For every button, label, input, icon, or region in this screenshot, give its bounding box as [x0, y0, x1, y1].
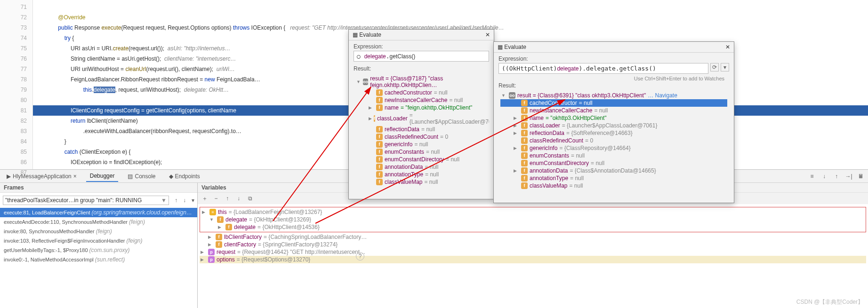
add-watch-icon[interactable]: ＋ — [201, 194, 209, 203]
result-field[interactable]: ▶f genericInfo = {ClassRepository@14664} — [500, 144, 727, 152]
help-icon[interactable]: ? — [356, 252, 364, 261]
stack-frame[interactable]: invoke:103, ReflectiveFeign$FeignInvocat… — [0, 236, 197, 245]
result-field[interactable]: ▶f reflectionData = {SoftReference@14663… — [500, 129, 727, 137]
frames-header: Frames — [0, 183, 197, 193]
result-field[interactable]: f cachedConstructor = null — [355, 89, 487, 96]
idea-icon: ▦ — [353, 32, 358, 38]
result-field[interactable]: f classValueMap = null — [355, 178, 487, 186]
result-field[interactable]: ▶f annotationData = {Class$AnnotationDat… — [500, 167, 727, 174]
next-frame-icon[interactable]: ↓ — [180, 196, 189, 205]
evaluate-popup-1[interactable]: ▦ Evaluate ✕ Expression: ○ delegate.getC… — [348, 29, 494, 199]
result-field[interactable]: f annotationData = null — [355, 163, 487, 171]
result-field[interactable]: f reflectionData = null — [355, 126, 487, 133]
stack-frame[interactable]: invoke0:-1, NativeMethodAccessorImpl (su… — [0, 255, 197, 264]
remove-watch-icon[interactable]: − — [212, 194, 220, 203]
result-field[interactable]: ▶f classLoader = {Launcher$AppClassLoade… — [500, 122, 727, 129]
popup1-title: Evaluate — [359, 32, 381, 38]
result-field[interactable]: f classRedefinedCount = 0 — [355, 133, 487, 141]
result-field[interactable]: f enumConstantDirectory = null — [355, 156, 487, 163]
expression-label: Expression: — [498, 55, 729, 62]
variable-row[interactable]: ▶p request = {Request@14642} "GET http:/… — [200, 248, 866, 256]
result-field[interactable]: f annotationType = null — [500, 174, 727, 182]
step-into-icon[interactable]: ↓ — [820, 172, 828, 181]
stack-frame[interactable]: getUserMobileByTags:-1, $Proxy180 (com.s… — [0, 245, 197, 255]
variable-row[interactable]: ▶f delegate = {OkHttpClient@14536} — [201, 223, 865, 231]
close-icon[interactable]: ✕ — [725, 44, 730, 50]
result-label: Result: — [354, 65, 489, 72]
line-gutter: 7172737475767778798081828384858687 — [0, 0, 33, 169]
expression-input[interactable]: ((OkHttpClient) delegate).delegate.getCl… — [498, 63, 708, 74]
result-field[interactable]: f enumConstantDirectory = null — [500, 159, 727, 167]
result-field[interactable]: ▶f name = "okhttp3.OkHttpClient" — [500, 114, 727, 122]
tab-endpoints[interactable]: ◆ Endpoints — [165, 171, 204, 182]
run-to-cursor-icon[interactable]: →| — [844, 172, 853, 181]
thread-dropdown[interactable]: "threadPoolTaskExecutor…in group "main":… — [3, 196, 169, 205]
result-field[interactable]: f newInstanceCallerCache = null — [355, 96, 487, 104]
result-field[interactable]: f enumConstants = null — [500, 152, 727, 159]
result-field[interactable]: f genericInfo = null — [355, 141, 487, 148]
result-field[interactable]: ▶f name = "feign.okhttp.OkHttpClient" — [355, 104, 487, 111]
copy-icon[interactable]: ⧉ — [246, 194, 254, 203]
variable-row[interactable]: ▶f lbClientFactory = {CachingSpringLoadB… — [200, 233, 866, 241]
result-field[interactable]: f newInstanceCallerCache = null — [500, 107, 727, 114]
result-field[interactable]: f classValueMap = null — [500, 182, 727, 190]
tab-console[interactable]: ▤ Console — [124, 171, 159, 182]
variable-row[interactable]: ▼f delegate = {OkHttpClient@13269} — [201, 216, 865, 223]
step-over-icon[interactable]: ≡ — [808, 172, 816, 181]
expression-label: Expression: — [354, 43, 489, 50]
evaluate-popup-2[interactable]: ▦ Evaluate ✕ Expression: ((OkHttpClient)… — [493, 41, 734, 203]
step-out-icon[interactable]: ↑ — [832, 172, 841, 181]
prev-frame-icon[interactable]: ↑ — [172, 196, 180, 205]
stack-frame[interactable]: invoke:80, SynchronousMethodHandler (fei… — [0, 227, 197, 236]
variable-row[interactable]: ▶≡ this = {LoadBalancerFeignClient@13267… — [201, 208, 865, 216]
evaluate-icon[interactable]: 🖩 — [857, 172, 865, 181]
watermark: CSDN @【非典型Coder】 — [796, 298, 863, 306]
result-field[interactable]: f enumConstants = null — [355, 148, 487, 156]
close-icon[interactable]: ✕ — [485, 32, 490, 38]
result-field[interactable]: ▶f classLoader = {Launcher$AppClassLoade… — [355, 111, 487, 126]
popup2-title: Evaluate — [504, 44, 526, 50]
up-icon[interactable]: ↑ — [223, 194, 232, 203]
expand-icon[interactable]: ▾ — [721, 63, 729, 71]
stack-frame[interactable]: execute:81, LoadBalancerFeignClient (org… — [0, 208, 197, 217]
result-field[interactable]: f annotationType = null — [355, 171, 487, 178]
result-field[interactable]: f classRedefinedCount = 0 — [500, 137, 727, 144]
variable-row[interactable]: ▶p options = {Request$Options@13270} — [200, 256, 866, 263]
frames-panel: Frames "threadPoolTaskExecutor…in group … — [0, 183, 198, 308]
filter-frames-icon[interactable]: ▾ — [189, 196, 197, 205]
result-label: Result: — [498, 82, 729, 89]
tab-debugger[interactable]: Debugger — [86, 171, 119, 182]
variable-row[interactable]: ▶f clientFactory = {SpringClientFactory@… — [200, 241, 866, 248]
hint-text: Use Ctrl+Shift+Enter to add to Watches — [498, 75, 729, 81]
variables-header: Variables — [201, 184, 226, 191]
idea-icon: ▦ — [498, 44, 503, 50]
down-icon[interactable]: ↓ — [234, 194, 243, 203]
expression-input[interactable]: ○ delegate.getClass() — [354, 51, 489, 62]
stack-frame[interactable]: executeAndDecode:110, SynchronousMethodH… — [0, 217, 197, 227]
result-field[interactable]: f cachedConstructor = null — [500, 99, 727, 107]
history-icon[interactable]: ⟳ — [710, 63, 719, 71]
